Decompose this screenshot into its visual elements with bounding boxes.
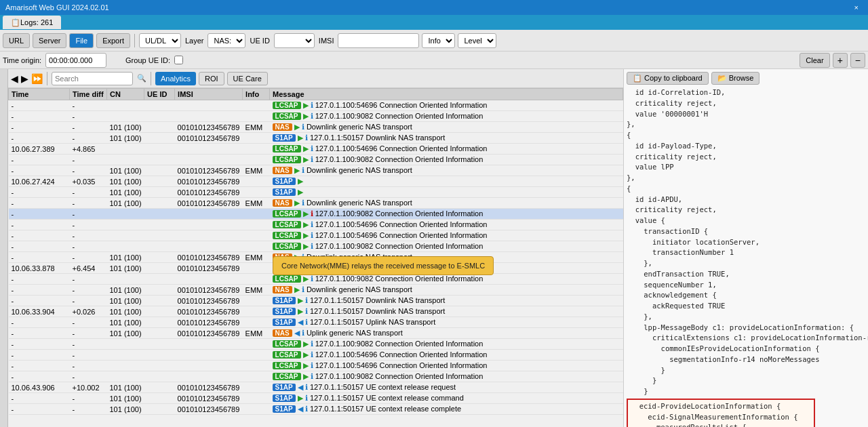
table-row[interactable]: - - LCSAP ▶ ℹ 127.0.1.100:54696 Connecti… bbox=[9, 220, 623, 230]
cell-message: LCSAP ▶ ℹ 127.0.1.100:54696 Connection O… bbox=[270, 220, 623, 230]
cell-message: S1AP ▶ ℹ 127.0.1.1:50157 Downlink NAS tr… bbox=[270, 296, 623, 306]
table-row[interactable]: - - LCSAP ▶ ℹ 127.0.1.100:9082 Connectio… bbox=[9, 209, 623, 220]
table-row[interactable]: - - 101 (100) 001010123456789 S1AP ▶ bbox=[9, 187, 623, 198]
protocol-tag: LCSAP bbox=[273, 113, 301, 120]
protocol-tag: LCSAP bbox=[273, 145, 301, 152]
cell-cn bbox=[107, 339, 144, 350]
time-origin-input[interactable] bbox=[45, 53, 106, 68]
add-button[interactable]: + bbox=[833, 53, 848, 68]
table-header: Time Time diff CN UE ID IMSI Info Messag… bbox=[9, 89, 623, 100]
app-title: Amarisoft Web GUI 2024.02.01 bbox=[5, 3, 109, 12]
file-button[interactable]: File bbox=[69, 33, 94, 48]
protocol-tag: LCSAP bbox=[273, 362, 301, 369]
cell-info: EMM bbox=[243, 285, 270, 296]
cell-ue bbox=[144, 263, 175, 274]
cell-info bbox=[243, 306, 270, 317]
table-row[interactable]: - - 101 (100) 001010123456789 S1AP ◀ ℹ 1… bbox=[9, 317, 623, 328]
cell-info bbox=[243, 263, 270, 274]
cell-imsi bbox=[175, 100, 243, 111]
cell-imsi bbox=[175, 371, 243, 382]
table-row[interactable]: - - 101 (100) 001010123456789 S1AP ◀ ℹ 1… bbox=[9, 404, 623, 415]
protocol-select[interactable]: UL/DL bbox=[139, 33, 181, 48]
cell-time: - bbox=[9, 328, 70, 339]
nav-back-button[interactable]: ◀ bbox=[11, 73, 18, 84]
cell-time: - bbox=[9, 111, 70, 122]
cell-cn: 101 (100) bbox=[107, 176, 144, 187]
cell-diff: - bbox=[70, 165, 107, 176]
table-row[interactable]: - - LCSAP ▶ ℹ 127.0.1.100:9082 Connectio… bbox=[9, 155, 623, 165]
layer-select[interactable]: NAS: bbox=[208, 33, 245, 48]
cell-imsi: 001010123456789 bbox=[175, 176, 243, 187]
log-toolbar: ◀ ▶ ⏩ 🔍 Analytics ROI UE Care bbox=[8, 69, 623, 88]
cell-imsi: 001010123456789 bbox=[175, 198, 243, 209]
nav-forward-button[interactable]: ▶ bbox=[21, 73, 28, 84]
cell-message: LCSAP ▶ ℹ 127.0.1.100:54696 Connection O… bbox=[270, 361, 623, 371]
cell-imsi: 001010123456789 bbox=[175, 404, 243, 415]
table-row[interactable]: - - LCSAP ▶ ℹ 127.0.1.100:9082 Connectio… bbox=[9, 111, 623, 122]
cell-ue bbox=[144, 371, 175, 382]
cell-message: S1AP ◀ ℹ 127.0.1.1:50157 UE context rele… bbox=[270, 382, 623, 393]
cell-time: 10.06.33.878 bbox=[9, 263, 70, 274]
cell-message: S1AP ▶ ℹ 127.0.1.1:50157 Downlink NAS tr… bbox=[270, 306, 623, 317]
table-row[interactable]: - - LCSAP ▶ ℹ 127.0.1.100:9082 Connectio… bbox=[9, 339, 623, 350]
table-row[interactable]: - - 101 (100) 001010123456789 S1AP ▶ ℹ 1… bbox=[9, 133, 623, 144]
table-row[interactable]: - - LCSAP ▶ ℹ 127.0.1.100:54696 Connecti… bbox=[9, 350, 623, 361]
cell-cn: 101 (100) bbox=[107, 382, 144, 393]
analytics-button[interactable]: Analytics bbox=[155, 72, 196, 85]
table-row[interactable]: - - 101 (100) 001010123456789 S1AP ▶ ℹ 1… bbox=[9, 296, 623, 306]
cell-info bbox=[243, 133, 270, 144]
logs-tab[interactable]: 📋 Logs: 261 bbox=[3, 16, 61, 29]
table-row[interactable]: - - LCSAP ▶ ℹ 127.0.1.100:9082 Connectio… bbox=[9, 241, 623, 252]
ue-id-select[interactable] bbox=[274, 33, 315, 48]
roi-button[interactable]: ROI bbox=[199, 72, 224, 85]
info-select[interactable]: Info bbox=[422, 33, 455, 48]
table-row[interactable]: - - 101 (100) 001010123456789 EMM NAS ▶ … bbox=[9, 285, 623, 296]
table-row[interactable]: 10.06.27.389 +4.865 LCSAP ▶ ℹ 127.0.1.10… bbox=[9, 144, 623, 155]
table-row[interactable]: - - LCSAP ▶ ℹ 127.0.1.100:9082 Connectio… bbox=[9, 371, 623, 382]
table-row[interactable]: 10.06.33.904 +0.026 101 (100) 0010101234… bbox=[9, 306, 623, 317]
nav-skip-button[interactable]: ⏩ bbox=[31, 73, 43, 84]
table-row[interactable]: - - 101 (100) 001010123456789 EMM NAS ◀ … bbox=[9, 328, 623, 339]
cell-time: - bbox=[9, 393, 70, 404]
table-row[interactable]: 10.06.27.424 +0.035 101 (100) 0010101234… bbox=[9, 176, 623, 187]
table-row[interactable]: - - 101 (100) 001010123456789 EMM NAS ▶ … bbox=[9, 122, 623, 133]
close-icon[interactable]: × bbox=[850, 3, 863, 12]
cell-cn bbox=[107, 241, 144, 252]
protocol-tag: LCSAP bbox=[273, 275, 301, 283]
browse-button[interactable]: 📂 Browse bbox=[711, 72, 760, 85]
level-select[interactable]: Level bbox=[458, 33, 496, 48]
minus-button[interactable]: − bbox=[850, 53, 865, 68]
cell-imsi bbox=[175, 241, 243, 252]
group-ue-checkbox[interactable] bbox=[174, 56, 183, 64]
export-button[interactable]: Export bbox=[96, 33, 130, 48]
cell-time: - bbox=[9, 241, 70, 252]
cell-message: LCSAP ▶ ℹ 127.0.1.100:54696 Connection O… bbox=[270, 144, 623, 155]
cell-time: 10.06.43.906 bbox=[9, 382, 70, 393]
table-row[interactable]: - - LCSAP ▶ ℹ 127.0.1.100:54696 Connecti… bbox=[9, 230, 623, 241]
table-row[interactable]: - - LCSAP ▶ ℹ 127.0.1.100:54696 Connecti… bbox=[9, 361, 623, 371]
cell-diff: +0.026 bbox=[70, 306, 107, 317]
table-row[interactable]: - - 101 (100) 001010123456789 EMM NAS ▶ … bbox=[9, 165, 623, 176]
imsi-input[interactable] bbox=[338, 33, 419, 48]
cell-message: S1AP ◀ ℹ 127.0.1.1:50157 Uplink NAS tran… bbox=[270, 317, 623, 328]
copy-clipboard-button[interactable]: 📋 Copy to clipboard bbox=[627, 72, 709, 85]
table-row[interactable]: - - LCSAP ▶ ℹ 127.0.1.100:54696 Connecti… bbox=[9, 100, 623, 111]
url-button[interactable]: URL bbox=[3, 33, 30, 48]
cell-info bbox=[243, 296, 270, 306]
cell-imsi: 001010123456789 bbox=[175, 122, 243, 133]
table-row[interactable]: - - 101 (100) 001010123456789 S1AP ▶ ℹ 1… bbox=[9, 393, 623, 404]
cell-info bbox=[243, 382, 270, 393]
toolbar-separator1 bbox=[134, 34, 135, 47]
titlebar: Amarisoft Web GUI 2024.02.01 × bbox=[0, 0, 868, 15]
cell-info bbox=[243, 100, 270, 111]
ue-care-button[interactable]: UE Care bbox=[227, 72, 268, 85]
table-row[interactable]: 10.06.43.906 +10.002 101 (100) 001010123… bbox=[9, 382, 623, 393]
cell-ue bbox=[144, 306, 175, 317]
cell-cn: 101 (100) bbox=[107, 404, 144, 415]
cell-imsi: 001010123456789 bbox=[175, 317, 243, 328]
log-table-container[interactable]: Time Time diff CN UE ID IMSI Info Messag… bbox=[8, 88, 623, 427]
server-button[interactable]: Server bbox=[33, 33, 66, 48]
search-input[interactable] bbox=[52, 72, 133, 85]
clear-button[interactable]: Clear bbox=[800, 53, 829, 68]
table-row[interactable]: - - 101 (100) 001010123456789 EMM NAS ▶ … bbox=[9, 198, 623, 209]
